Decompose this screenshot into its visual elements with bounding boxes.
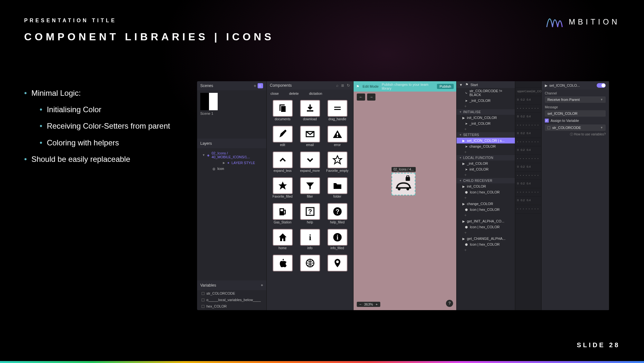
action-row[interactable]: ▶set_ICON_COLOR | s... [457,138,515,143]
component-item[interactable]: drag_handle [325,100,349,124]
layer-root[interactable]: ▼◈02_Icons / 40_MOBILE_ICONS/1... [200,150,263,160]
svg-point-21 [406,188,409,190]
action-sub-row[interactable]: ⬢Icon | hex_COLOR [457,189,515,195]
inspector-toggle[interactable] [597,83,606,88]
add-action-button[interactable]: + [457,212,515,218]
component-item[interactable] [270,255,295,279]
zoom-out-button[interactable]: − [359,302,361,306]
action-row[interactable]: ▶get_INIT_ALPHA_CO... [457,218,515,224]
add-action-button[interactable]: + [457,103,515,109]
bullet-init-color: Initialising Color [40,103,170,115]
component-item[interactable]: ?help_filled [325,203,349,228]
marks-top: upperCase(str_COl [515,88,541,96]
section-header[interactable]: ▼INITIALISE [457,109,515,115]
nav-back-button[interactable]: ← [357,93,365,101]
help-button[interactable]: ? [446,300,453,307]
component-item[interactable]: Gas_Station [270,203,295,228]
zoom-value: 363% [364,302,373,306]
component-item[interactable] [298,255,322,279]
add-action-button[interactable]: + [457,126,515,132]
search-icon[interactable]: ⌕ [336,83,338,88]
section-header[interactable]: ▼CHILD RECEIVER [457,178,515,183]
variable-row[interactable]: hex_COLOR [197,303,266,309]
refresh-icon[interactable]: ↻ [347,83,350,88]
component-item[interactable] [325,255,349,279]
component-item[interactable]: documents [270,100,295,124]
component-item[interactable]: expand_more [298,152,322,176]
publish-button[interactable]: Publish [437,84,454,89]
editor-screenshot: Scenes + II. Scene 1 Layers ▼◈02_Icons /… [197,81,609,310]
timeline-mark-row: • • • • • • • • [515,172,541,180]
actions-panel: ▼ ⚑ Start ⤷str_COLORCODE != BLACK ➤_init… [457,81,515,310]
component-item[interactable]: iinfo [298,229,322,253]
variables-hint[interactable]: How to use variables? [542,132,609,137]
component-item[interactable]: edit [270,126,295,150]
component-item[interactable]: filter [298,177,322,202]
channel-dropdown[interactable]: Receive from Parent▼ [545,96,606,103]
bullet-receiving-setters: Receiving Color-Setters from parent [40,120,170,132]
layer-icon[interactable]: ◎Icon [200,166,263,172]
start-row[interactable]: ▼ ⚑ Start [457,81,515,88]
slide-eyebrow: PRESENTATION TITLE [24,18,117,24]
component-label: download [303,117,317,124]
timeline-mark-row: • • • • • • • • [515,205,541,213]
action-row[interactable]: ▶change_COLOR [457,201,515,207]
action-row[interactable]: ⤷str_COLORCODE != BLACK [457,88,515,98]
layers-header: Layers [197,139,266,148]
action-row[interactable]: ▶_init_COLOR [457,161,515,166]
zoom-control[interactable]: − 363% + [357,302,380,307]
action-sub-row[interactable]: ⬢Icon | hex_COLOR [457,224,515,230]
variable-row[interactable]: o_____local_variables_below____ [197,297,266,303]
variable-row[interactable]: str_COLORCODE [197,290,266,297]
apple-icon [273,255,293,271]
component-item[interactable]: download [298,100,322,124]
zoom-in-button[interactable]: + [376,302,378,306]
nav-forward-button[interactable]: → [367,93,375,101]
add-action-button[interactable]: + [457,195,515,201]
timeline-mark-row: • • • • • • • • [515,121,541,130]
component-label: email [306,143,314,150]
add-variable-button[interactable]: + [261,283,263,288]
canvas-stage[interactable]: 02_Icons / 4... − 363% + ? [354,103,456,310]
action-sub-row[interactable]: ⬢Icon | hex_COLOR [457,207,515,212]
component-item[interactable]: Favorite_filled [270,177,295,202]
action-row[interactable]: ▶init_ICON_COLOR [457,115,515,121]
assign-checkbox[interactable]: ✓Assign to Variable [545,119,606,123]
component-item[interactable]: home [270,229,295,253]
component-item[interactable]: error [325,126,349,150]
action-row[interactable]: ➤_init_COLOR [457,98,515,103]
action-sub-row[interactable]: ➤_init_COLOR [457,121,515,126]
variable-dropdown[interactable]: str_COLORCODE▼ [545,124,606,131]
message-field[interactable]: set_ICON_COLOR [545,110,606,117]
action-sub-row[interactable]: ➤init_COLOR [457,166,515,172]
section-header[interactable]: ▼LOCAL FUNCITON [457,155,515,161]
scene-thumbnail[interactable] [200,93,218,110]
component-item[interactable]: ?help [298,203,322,228]
list-view-icon[interactable]: ≣ [341,83,344,88]
section-header[interactable]: ▼SETTERS [457,132,515,138]
component-item[interactable]: expand_less [270,152,295,176]
component-item[interactable]: Favorite_empty [325,152,349,176]
car-lock-icon [395,175,412,193]
help_f-icon: ? [327,203,347,220]
action-sub-row[interactable]: ⬢Icon | hex_COLOR [457,241,515,247]
action-sub-row[interactable]: ➤change_COLOR [457,143,515,149]
add-action-button[interactable]: + [457,172,515,178]
scenes-badge[interactable]: II. [258,83,263,88]
component-item[interactable]: iinfo_filled [325,229,349,253]
add-scene-button[interactable]: + [254,83,256,88]
component-item[interactable]: folder [325,177,349,202]
add-action-button[interactable]: + [457,149,515,155]
layer-layerstyle[interactable]: ▶✦LAYER STYLE [216,160,263,166]
add-action-button[interactable]: + [457,247,515,253]
timeline-marks: upperCase(str_COl 00.20.4• • • • • • • •… [515,81,542,310]
action-row[interactable]: ▶init_COLOR [457,183,515,189]
brand-name: MBITION [569,17,620,26]
selected-icon[interactable] [392,173,415,195]
component-label: folder [333,195,341,202]
component-label: info [307,246,312,253]
add-action-button[interactable]: + [457,230,515,236]
message-label: Message [542,103,609,110]
action-row[interactable]: ▶get_CHANGE_ALPHA... [457,236,515,241]
component-item[interactable]: email [298,126,322,150]
